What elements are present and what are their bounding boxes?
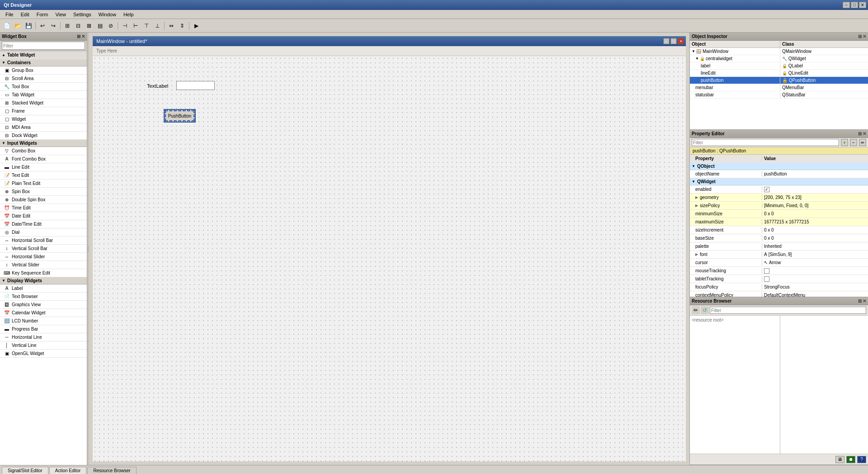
form-close-button[interactable]: ✕ (678, 38, 684, 44)
prop-section-qobject[interactable]: QObject (690, 163, 868, 170)
tab-resource-browser[interactable]: Resource Browser (87, 467, 136, 474)
table-row[interactable]: pushButton 🔒 QPushButton (690, 77, 868, 84)
table-row[interactable]: label 🔒 QLabel (690, 62, 868, 70)
prop-row[interactable]: sizeIncrement 0 x 0 (690, 226, 868, 234)
menu-settings[interactable]: Settings (70, 11, 95, 18)
menu-form[interactable]: Form (33, 11, 52, 18)
layout-form-button[interactable]: ▤ (95, 21, 105, 31)
list-item[interactable]: 🖼 Graphics View (0, 301, 87, 309)
list-item[interactable]: A Font Combo Box (0, 155, 87, 163)
redo-button[interactable]: ↪ (48, 21, 58, 31)
layout-vertical-button[interactable]: ⊟ (73, 21, 83, 31)
list-item[interactable]: ▭ Tab Widget (0, 91, 87, 99)
list-item[interactable]: 📅 Calendar Widget (0, 309, 87, 317)
prop-row[interactable]: objectName pushButton (690, 170, 868, 178)
list-item[interactable]: ▣ Group Box (0, 66, 87, 75)
list-item[interactable]: ⊕ Double Spin Box (0, 196, 87, 204)
list-item[interactable]: ⊡ MDI Area (0, 123, 87, 132)
break-layout-button[interactable]: ⊘ (106, 21, 116, 31)
form-push-button[interactable]: PushButton (165, 110, 194, 121)
preview-button[interactable]: ▶ (191, 21, 201, 31)
list-item[interactable]: ⊕ Spin Box (0, 188, 87, 196)
align-top-button[interactable]: ⊤ (142, 21, 151, 31)
close-button[interactable]: ✕ (859, 2, 866, 8)
list-item[interactable]: 📅 Date/Time Edit (0, 220, 87, 228)
prop-row[interactable]: tabletTracking (690, 275, 868, 283)
prop-remove-button[interactable]: − (850, 139, 857, 146)
prop-add-button[interactable]: + (841, 139, 848, 146)
list-item[interactable]: ─ Horizontal Line (0, 333, 87, 341)
prop-row[interactable]: ▶font A [SimSun, 9] (690, 251, 868, 259)
layout-horizontal-button[interactable]: ⊞ (62, 21, 72, 31)
layout-grid-button[interactable]: ⊠ (84, 21, 94, 31)
form-canvas[interactable]: TextLabel PushButton (93, 56, 686, 461)
prop-edit-button[interactable]: ✏ (859, 139, 866, 146)
list-item[interactable]: ⏰ Time Edit (0, 204, 87, 212)
mousetracking-checkbox[interactable] (764, 268, 769, 274)
res-icon-btn-2[interactable]: ⏺ (846, 456, 855, 463)
table-row[interactable]: ▼ 🪟 MainWindow QMainWindow (690, 48, 868, 55)
distribute-vertical-button[interactable]: ⇕ (177, 21, 187, 31)
list-item[interactable]: ▬ Line Edit (0, 163, 87, 171)
widget-filter-input[interactable] (2, 42, 85, 50)
minimize-button[interactable]: − (843, 2, 850, 8)
align-right-button[interactable]: ⊢ (131, 21, 141, 31)
open-button[interactable]: 📂 (13, 21, 23, 31)
res-edit-button[interactable]: ✏ (692, 306, 700, 314)
form-text-label[interactable]: TextLabel (147, 83, 168, 89)
distribute-horizontal-button[interactable]: ⇔ (166, 21, 176, 31)
menu-help[interactable]: Help (120, 11, 137, 18)
res-refresh-button[interactable]: ↺ (701, 306, 709, 314)
prop-row[interactable]: maximumSize 16777215 x 16777215 (690, 218, 868, 226)
prop-row[interactable]: ▶geometry [200, 290, 75 x 23] (690, 194, 868, 202)
prop-row[interactable]: palette Inherited (690, 242, 868, 251)
list-item[interactable]: ▢ Frame (0, 107, 87, 115)
prop-row[interactable]: mouseTracking (690, 267, 868, 275)
containers-category[interactable]: Containers (0, 59, 87, 66)
prop-row[interactable]: focusPolicy StrongFocus (690, 283, 868, 291)
list-item[interactable]: ⊞ Stacked Widget (0, 99, 87, 107)
res-filter-input[interactable] (710, 307, 866, 314)
enabled-checkbox[interactable] (764, 187, 769, 192)
list-item[interactable]: 🔧 Tool Box (0, 83, 87, 91)
list-item[interactable]: ↕ Vertical Scroll Bar (0, 245, 87, 253)
prop-row[interactable]: baseSize 0 x 0 (690, 234, 868, 242)
form-line-edit[interactable] (176, 81, 215, 90)
list-item[interactable]: ▽ Combo Box (0, 147, 87, 155)
list-item[interactable]: 📝 Plain Text Edit (0, 180, 87, 188)
list-item[interactable]: ↔ Horizontal Slider (0, 253, 87, 261)
rb-float-button[interactable]: ⊞ (858, 299, 862, 303)
display-widgets-category[interactable]: Display Widgets (0, 277, 87, 284)
list-item[interactable]: ⊟ Dock Widget (0, 132, 87, 140)
align-left-button[interactable]: ⊣ (120, 21, 130, 31)
widget-box-float-button[interactable]: ⊞ (77, 34, 80, 39)
res-icon-btn-3[interactable]: ? (857, 456, 866, 463)
list-item[interactable]: 🔢 LCD Number (0, 317, 87, 325)
menu-view[interactable]: View (52, 11, 70, 18)
oi-close-button[interactable]: ✕ (863, 34, 866, 39)
list-item[interactable]: ↔ Horizontal Scroll Bar (0, 237, 87, 245)
list-item[interactable]: 📅 Date Edit (0, 212, 87, 220)
menu-edit[interactable]: Edit (17, 11, 33, 18)
list-item[interactable]: ▲ Table Widget (0, 51, 87, 59)
list-item[interactable]: A Label (0, 284, 87, 293)
prop-row[interactable]: contextMenuPolicy DefaultContextMenu (690, 291, 868, 297)
res-icon-btn-1[interactable]: 🖥 (835, 456, 844, 463)
list-item[interactable]: 📄 Text Browser (0, 293, 87, 301)
list-item[interactable]: ⊟ Scroll Area (0, 75, 87, 83)
form-restore-button[interactable]: □ (670, 38, 677, 44)
list-item[interactable]: ▣ OpenGL Widget (0, 350, 87, 358)
menu-window[interactable]: Window (95, 11, 120, 18)
prop-row[interactable]: ▶sizePolicy [Minimum, Fixed, 0, 0] (690, 202, 868, 210)
prop-filter-input[interactable] (692, 139, 839, 146)
pe-close-button[interactable]: ✕ (863, 131, 866, 136)
prop-row[interactable]: cursor ↖ Arrow (690, 259, 868, 267)
list-item[interactable]: 📝 Text Edit (0, 171, 87, 180)
table-row[interactable]: ▼ 🔒 centralwidget 🔧 QWidget (690, 55, 868, 62)
list-item[interactable]: ▢ Widget (0, 115, 87, 123)
tab-signal-slot-editor[interactable]: Signal/Slot Editor (2, 467, 48, 474)
tab-action-editor[interactable]: Action Editor (49, 467, 87, 474)
input-widgets-category[interactable]: Input Widgets (0, 140, 87, 147)
table-row[interactable]: statusbar QStatusBar (690, 91, 868, 99)
table-row[interactable]: menubar QMenuBar (690, 84, 868, 91)
